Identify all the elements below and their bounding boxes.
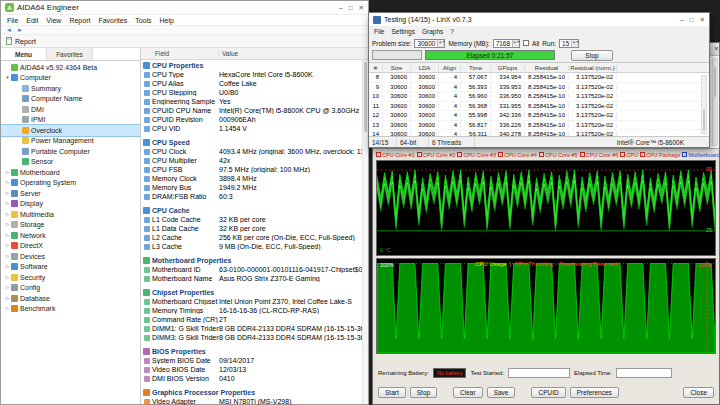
menu-file[interactable]: File	[374, 28, 384, 35]
sidebar-item-directx[interactable]: ▷DirectX	[1, 241, 140, 252]
legend-cpu[interactable]: ✓CPU	[620, 152, 638, 158]
menu-edit[interactable]: Edit	[26, 17, 38, 24]
run-field[interactable]: 15▲▼	[559, 39, 579, 48]
menu-view[interactable]: View	[46, 17, 61, 24]
detail-row[interactable]: DRAM:FSB Ratio60:3	[141, 192, 368, 201]
detail-row[interactable]: L1 Data Cache32 KB per core	[141, 224, 368, 233]
scrollbar-thumb[interactable]	[364, 62, 367, 132]
result-row[interactable]: 93060030600456.393339.9538.258415e-103.1…	[369, 83, 709, 93]
spinner-arrows-icon[interactable]: ▲▼	[437, 40, 444, 47]
sidebar-item-portable-computer[interactable]: Portable Computer	[1, 146, 140, 157]
detail-row[interactable]: CPU Multiplier42x	[141, 156, 368, 165]
sidebar-item-overclock[interactable]: Overclock	[1, 125, 140, 136]
detail-row[interactable]: Command Rate (CR)2T	[141, 315, 368, 324]
scrollbar-thumb[interactable]	[714, 67, 716, 97]
checkbox-icon[interactable]: ✓	[620, 152, 625, 157]
menu-settings[interactable]: Settings	[391, 28, 415, 35]
checkbox-icon[interactable]: ✓	[376, 152, 381, 157]
legend-cpu-package[interactable]: ✓CPU Package	[640, 152, 681, 158]
detail-row[interactable]: CPU SteppingU0/B0	[141, 88, 368, 97]
cpuid-button[interactable]: CPUID	[531, 387, 565, 398]
close-button[interactable]: Close	[683, 387, 714, 398]
result-row[interactable]: 123060030600455.998342.3368.258415e-103.…	[369, 111, 709, 121]
sidebar-item-dmi[interactable]: DMI	[1, 104, 140, 115]
detail-row[interactable]: DIMM3: G Skill TridentZ F4-3...8 GB DDR4…	[141, 333, 368, 342]
detail-row[interactable]: DIMM1: G Skill TridentZ F4-3...8 GB DDR4…	[141, 324, 368, 333]
sidebar-item-ipmi[interactable]: IPMI	[1, 115, 140, 126]
menu-favorites[interactable]: Favorites	[98, 17, 127, 24]
sidebar-item-motherboard[interactable]: ▷Motherboard	[1, 167, 140, 178]
detail-row[interactable]: CPU AliasCoffee Lake	[141, 79, 368, 88]
result-row[interactable]: 113060030600456.368331.9558.258415e-103.…	[369, 102, 709, 112]
checkbox-icon[interactable]: ✓	[457, 152, 462, 157]
checkbox-icon[interactable]: ✓	[498, 152, 503, 157]
menu-file[interactable]: File	[7, 17, 18, 24]
detail-row[interactable]: CPU VID1.1454 V	[141, 124, 368, 133]
problem-size-field[interactable]: 30600▲▼	[414, 39, 445, 48]
detail-row[interactable]: L3 Cache9 MB (On-Die, ECC, Full-Speed)	[141, 242, 368, 251]
preferences-button[interactable]: Preferences	[570, 387, 619, 398]
all-checkbox[interactable]	[523, 40, 529, 46]
table-scrollbar[interactable]	[701, 75, 707, 134]
stop-button[interactable]: Stop	[410, 387, 437, 398]
detail-row[interactable]: L1 Code Cache32 KB per core	[141, 215, 368, 224]
monitor-scrollbar[interactable]	[712, 58, 718, 146]
result-row[interactable]: 133060030600456.817336.2268.258415e-103.…	[369, 121, 709, 131]
detail-row[interactable]: CPUID CPU NameIntel(R) Core(TM) i5-8600K…	[141, 106, 368, 115]
sidebar-item-security[interactable]: ▷Security	[1, 272, 140, 283]
detail-row[interactable]: DMI BIOS Version0410	[141, 374, 368, 383]
detail-row[interactable]: Engineering SampleYes	[141, 97, 368, 106]
menu-[interactable]: ?	[450, 28, 454, 35]
spinner-arrows-icon[interactable]: ▲▼	[512, 40, 519, 47]
sidebar-item-computer-name[interactable]: Computer Name	[1, 94, 140, 105]
sidebar-item-multimedia[interactable]: ▷Multimedia	[1, 209, 140, 220]
tab-menu[interactable]: Menu	[1, 48, 47, 60]
detail-row[interactable]: Motherboard NameAsus ROG Strix Z370-E Ga…	[141, 274, 368, 283]
detail-row[interactable]: L2 Cache256 KB per core (On-Die, ECC, Fu…	[141, 233, 368, 242]
checkbox-icon[interactable]: ✓	[640, 152, 645, 157]
close-icon[interactable]: ✕	[359, 4, 364, 12]
stop-button[interactable]: Stop	[571, 50, 613, 61]
checkbox-icon[interactable]: ✓	[580, 152, 585, 157]
legend-cpu-core-4[interactable]: ✓CPU Core #4	[498, 152, 537, 158]
close-icon[interactable]: ✕	[714, 45, 719, 53]
detail-row[interactable]: Video AdapterMSI N780Ti (MS-V298)	[141, 397, 368, 405]
legend-cpu-core-2[interactable]: ✓CPU Core #2	[417, 152, 456, 158]
legend-motherboard[interactable]: ✓Motherboard	[682, 152, 719, 158]
detail-row[interactable]: Memory Bus1949.2 MHz	[141, 183, 368, 192]
legend-cpu-core-5[interactable]: ✓CPU Core #5	[539, 152, 578, 158]
sidebar-item-operating-system[interactable]: ▷Operating System	[1, 178, 140, 189]
memory-field[interactable]: 7168▲▼	[493, 39, 520, 48]
forward-icon[interactable]: ►	[17, 27, 23, 33]
result-row[interactable]: 143060030600456.311340.2788.258415e-103.…	[369, 130, 709, 136]
result-row[interactable]: 103060030600456.960336.9508.258415e-103.…	[369, 92, 709, 102]
maximize-icon[interactable]: □	[349, 4, 353, 12]
detail-row[interactable]: CPU TypeHexaCore Intel Core i5-8600K	[141, 70, 368, 79]
detail-row[interactable]: System BIOS Date09/14/2017	[141, 356, 368, 365]
back-icon[interactable]: ◄	[6, 27, 12, 33]
detail-row[interactable]: CPU FSB97.5 MHz (original: 100 MHz)	[141, 165, 368, 174]
legend-cpu-core-3[interactable]: ✓CPU Core #3	[457, 152, 496, 158]
legend-cpu-core-6[interactable]: ✓CPU Core #6	[580, 152, 619, 158]
detail-row[interactable]: CPUID Revision000906EAh	[141, 115, 368, 124]
minimize-icon[interactable]: –	[339, 4, 343, 12]
scrollbar-thumb[interactable]	[703, 109, 705, 131]
sidebar-item-power-management[interactable]: Power Management	[1, 136, 140, 147]
sidebar-item-computer[interactable]: ▼Computer	[1, 73, 140, 84]
tab-favorites[interactable]: Favorites	[47, 48, 93, 60]
report-button[interactable]: Report	[15, 38, 36, 45]
sidebar-item-network[interactable]: ▷Network	[1, 230, 140, 241]
menu-tools[interactable]: Tools	[135, 17, 151, 24]
sidebar-item-display[interactable]: ▷Display	[1, 199, 140, 210]
detail-row[interactable]: Memory Timings16-16-16-36 (CL-RCD-RP-RAS…	[141, 306, 368, 315]
detail-row[interactable]: Video BIOS Date12/03/13	[141, 365, 368, 374]
close-icon[interactable]: ✕	[700, 16, 705, 24]
checkbox-icon[interactable]: ✓	[539, 152, 544, 157]
sidebar-item-devices[interactable]: ▷Devices	[1, 251, 140, 262]
menu-graphs[interactable]: Graphs	[422, 28, 443, 35]
legend-cpu-core-1[interactable]: ✓CPU Core #1	[376, 152, 415, 158]
sidebar-item-storage[interactable]: ▷Storage	[1, 220, 140, 231]
spinner-arrows-icon[interactable]: ▲▼	[571, 40, 578, 47]
menu-report[interactable]: Report	[69, 17, 90, 24]
sidebar-item-aida64-v5-92-4364-beta[interactable]: AIDA64 v5.92.4364 Beta	[1, 62, 140, 73]
